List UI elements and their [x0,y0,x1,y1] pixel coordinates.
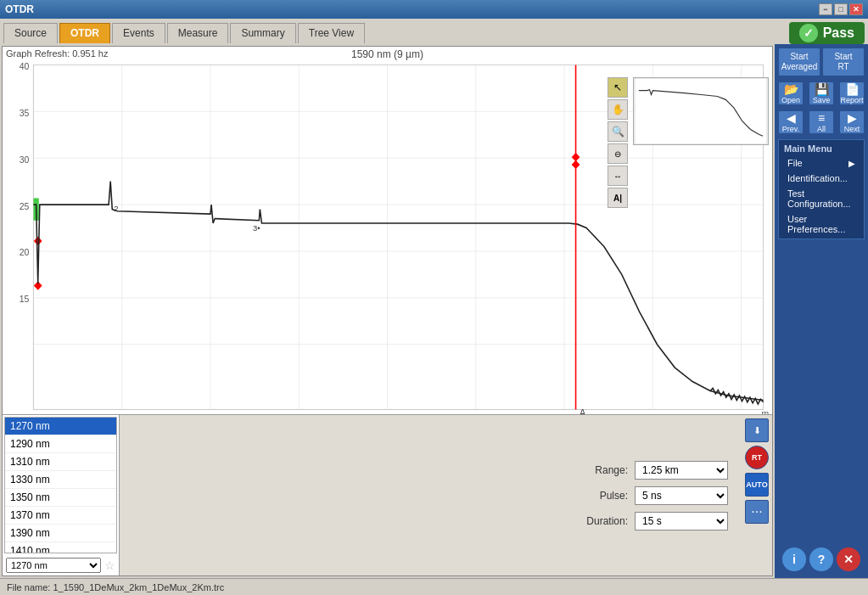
all-label: All [817,125,826,133]
graph-tools: ↖ ✋ 🔍 ⊖ ↔ A| [608,77,628,208]
main-container: Source OTDR Events Measure Summary Tree … [0,19,868,595]
text-tool-btn[interactable]: A| [608,188,628,208]
file-menu-arrow: ▶ [848,159,855,168]
user-pref-menu-item[interactable]: User Preferences... [781,211,862,237]
report-button[interactable]: 📄 Report [839,81,865,105]
start-rt-button[interactable]: StartRT [822,48,865,76]
pan-tool-btn[interactable]: ✋ [608,99,628,120]
all-icon: ≡ [818,112,825,124]
pass-badge: ✓ Pass [789,22,865,44]
wavelength-selector-row: 1270 nm ☆ [3,555,119,575]
range-label: Range: [577,464,628,476]
download-button[interactable]: ⬇ [745,418,769,442]
report-label: Report [840,96,863,104]
svg-text:5,000: 5,000 [376,413,398,414]
tab-summary[interactable]: Summary [230,23,295,43]
svg-text:40: 40 [20,61,30,71]
all-button[interactable]: ≡ All [809,110,834,134]
svg-text:4,000: 4,000 [288,413,310,414]
help-button[interactable]: ? [809,547,833,571]
test-config-menu-item[interactable]: Test Configuration... [781,186,862,211]
bottom-panel: 1270 nm 1290 nm 1310 nm 1330 nm 1350 nm … [3,414,772,575]
maximize-button[interactable]: □ [834,3,848,15]
nav-buttons: ◀ Prev. ≡ All ▶ Next [778,110,865,134]
title-bar: OTDR − □ ✕ [0,0,868,19]
wavelength-item-1270[interactable]: 1270 nm [5,418,116,435]
tab-measure[interactable]: Measure [167,23,229,43]
tab-bar: Source OTDR Events Measure Summary Tree … [0,19,868,44]
range-select[interactable]: 1.25 km [635,461,728,480]
wavelength-item-1290[interactable]: 1290 nm [5,435,116,453]
pulse-control-row: Pulse: 5 ns [577,486,728,505]
duration-control-row: Duration: 15 s [577,512,728,530]
rt-indicator[interactable]: RT [745,446,769,469]
minimap [633,77,769,145]
zoom-fit-btn[interactable]: ↔ [608,166,628,186]
next-button[interactable]: ▶ Next [839,110,865,134]
graph-header: Graph Refresh: 0.951 hz 1590 nm (9 µm) [3,47,772,60]
duration-label: Duration: [577,515,628,527]
svg-text:20: 20 [20,247,30,257]
menu-button[interactable]: ··· [745,500,769,524]
wavelength-select[interactable]: 1270 nm [6,558,101,573]
wavelength-item-1410[interactable]: 1410 nm [5,542,116,553]
tab-treeview[interactable]: Tree View [298,23,365,43]
prev-button[interactable]: ◀ Prev. [778,110,804,134]
svg-text:7,000: 7,000 [553,413,575,414]
bottom-icon-row: i ? ✕ [778,544,865,575]
start-averaged-button[interactable]: StartAveraged [778,48,820,76]
bottom-right-btns: ⬇ RT AUTO ··· [742,415,772,575]
check-icon: ✓ [799,24,818,42]
favorite-button[interactable]: ☆ [104,559,115,572]
file-name-label: File name: 1_1590_1DeMux_2km_1DeMux_2Km.… [7,582,224,592]
zoom-in-btn[interactable]: 🔍 [608,121,628,142]
window-controls: − □ ✕ [819,3,863,15]
open-label: Open [781,96,800,104]
tab-source[interactable]: Source [3,23,58,43]
minimize-button[interactable]: − [819,3,832,15]
left-panel: Graph Refresh: 0.951 hz 1590 nm (9 µm) [2,46,773,576]
wavelength-item-1390[interactable]: 1390 nm [5,525,116,542]
svg-rect-42 [635,78,767,144]
svg-text:9,000: 9,000 [730,413,752,414]
next-icon: ▶ [848,112,857,124]
open-button[interactable]: 📂 Open [778,81,804,105]
file-buttons: 📂 Open 💾 Save 📄 Report [778,81,865,105]
wavelength-item-1310[interactable]: 1310 nm [5,453,116,471]
duration-select[interactable]: 15 s [635,512,728,530]
prev-icon: ◀ [787,112,796,124]
svg-text:m: m [761,408,769,414]
graph-title: 1590 nm (9 µm) [351,48,423,60]
tab-otdr[interactable]: OTDR [59,23,110,43]
graph-area[interactable]: 40 35 30 25 20 15 2,000 3,000 4,000 5,00… [3,60,772,414]
exit-button[interactable]: ✕ [837,547,860,571]
file-menu-item[interactable]: File ▶ [781,155,862,171]
wavelength-item-1350[interactable]: 1350 nm [5,489,116,507]
pulse-select[interactable]: 5 ns [635,486,728,505]
close-button[interactable]: ✕ [849,3,863,15]
tab-events[interactable]: Events [112,23,165,43]
svg-text:2: 2 [114,204,118,213]
cursor-tool-btn[interactable]: ↖ [608,77,628,98]
svg-text:2,000: 2,000 [111,413,133,414]
svg-text:25: 25 [20,200,30,210]
report-icon: 📄 [845,83,860,95]
auto-indicator[interactable]: AUTO [745,473,769,497]
wavelength-item-1370[interactable]: 1370 nm [5,507,116,525]
identification-menu-item[interactable]: Identification... [781,171,862,186]
svg-text:A: A [580,407,586,414]
wavelength-list[interactable]: 1270 nm 1290 nm 1310 nm 1330 nm 1350 nm … [4,417,117,553]
svg-text:8,000: 8,000 [641,413,664,414]
range-control-row: Range: 1.25 km [577,461,728,480]
wavelength-item-1330[interactable]: 1330 nm [5,471,116,489]
next-label: Next [844,125,860,133]
save-label: Save [813,96,831,104]
svg-text:30: 30 [20,154,30,164]
save-button[interactable]: 💾 Save [809,81,834,105]
info-button[interactable]: i [782,547,806,571]
right-toolbar: StartAveraged StartRT 📂 Open 💾 Save 📄 Re… [775,44,868,578]
svg-text:3•: 3• [253,223,260,233]
content-area: Graph Refresh: 0.951 hz 1590 nm (9 µm) [0,44,868,578]
zoom-out-btn[interactable]: ⊖ [608,143,628,164]
open-icon: 📂 [784,83,798,95]
